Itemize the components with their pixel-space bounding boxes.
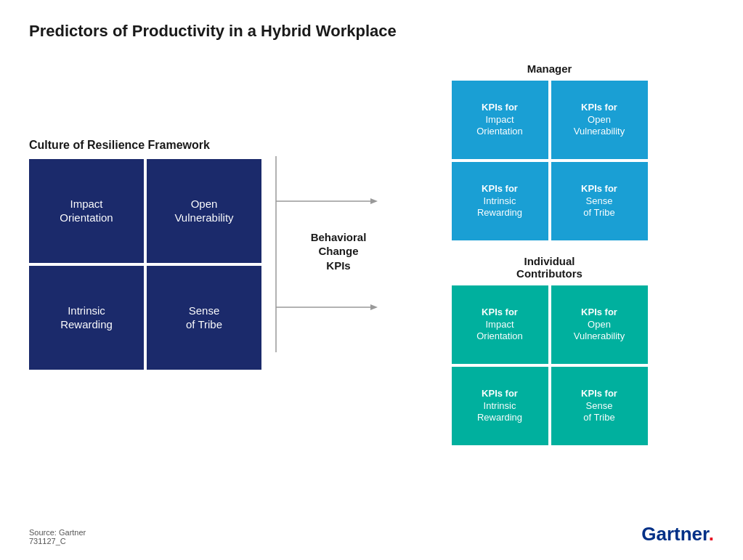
behavioral-label: Behavioral Change KPIs bbox=[309, 230, 368, 272]
source-line2: 731127_C bbox=[29, 537, 86, 545]
manager-group: Manager KPIs forImpactOrientation KPIs f… bbox=[385, 62, 714, 240]
grid-cell-intrinsic-rewarding: IntrinsicRewarding bbox=[29, 266, 144, 370]
contributors-kpi-grid: KPIs forImpactOrientation KPIs forOpenVu… bbox=[452, 285, 648, 445]
left-section: Culture of Resilience Framework ImpactOr… bbox=[29, 139, 269, 370]
page-container: Predictors of Productivity in a Hybrid W… bbox=[0, 0, 743, 560]
grid-cell-sense-of-tribe: Senseof Tribe bbox=[147, 266, 261, 370]
manager-kpi-impact: KPIs forImpactOrientation bbox=[452, 81, 548, 159]
manager-kpi-grid: KPIs forImpactOrientation KPIs forOpenVu… bbox=[452, 81, 648, 240]
middle-section: Behavioral Change KPIs bbox=[269, 149, 385, 360]
contributor-kpi-intrinsic: KPIs forIntrinsicRewarding bbox=[452, 367, 548, 445]
manager-kpi-vulnerability: KPIs forOpenVulnerability bbox=[551, 81, 648, 159]
contributor-kpi-vulnerability: KPIs forOpenVulnerability bbox=[551, 285, 648, 364]
contributors-label: IndividualContributors bbox=[516, 255, 582, 280]
contributor-kpi-impact: KPIs forImpactOrientation bbox=[452, 285, 548, 364]
grid-cell-impact-orientation: ImpactOrientation bbox=[29, 159, 144, 263]
grid-cell-open-vulnerability: OpenVulnerability bbox=[147, 159, 261, 263]
right-section: Manager KPIs forImpactOrientation KPIs f… bbox=[385, 62, 714, 445]
gartner-dot: . bbox=[709, 523, 714, 545]
gartner-text: Gartner bbox=[641, 523, 709, 545]
contributors-group: IndividualContributors KPIs forImpactOri… bbox=[385, 255, 714, 445]
svg-marker-4 bbox=[370, 304, 378, 310]
manager-kpi-tribe: KPIs forSenseof Tribe bbox=[551, 162, 648, 240]
contributor-kpi-tribe: KPIs forSenseof Tribe bbox=[551, 367, 648, 445]
culture-framework-grid: ImpactOrientation OpenVulnerability Intr… bbox=[29, 159, 261, 370]
source-line1: Source: Gartner bbox=[29, 528, 86, 537]
framework-label: Culture of Resilience Framework bbox=[29, 139, 269, 152]
source-section: Source: Gartner 731127_C bbox=[29, 528, 86, 545]
manager-label: Manager bbox=[527, 62, 572, 75]
main-title: Predictors of Productivity in a Hybrid W… bbox=[29, 22, 714, 41]
gartner-logo: Gartner. bbox=[641, 523, 714, 545]
manager-kpi-intrinsic: KPIs forIntrinsicRewarding bbox=[452, 162, 548, 240]
diagram-area: Culture of Resilience Framework ImpactOr… bbox=[29, 62, 714, 445]
svg-marker-2 bbox=[370, 198, 378, 204]
